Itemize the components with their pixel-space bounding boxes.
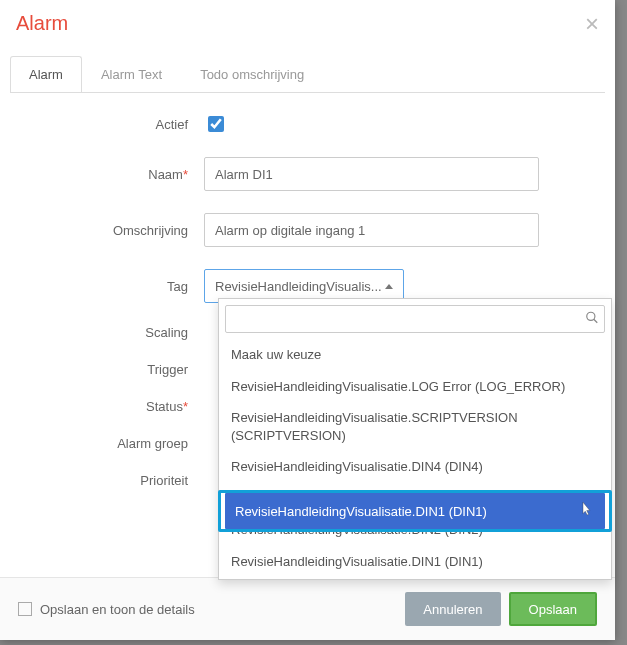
modal-title: Alarm [16,12,68,35]
label-trigger: Trigger [24,362,204,377]
dropdown-search-wrap [219,299,611,339]
svg-point-0 [587,312,595,320]
dropdown-list[interactable]: Maak uw keuze RevisieHandleidingVisualis… [219,339,611,579]
dropdown-search-input[interactable] [225,305,605,333]
tab-alarm-text[interactable]: Alarm Text [82,56,181,93]
svg-line-1 [594,319,598,323]
checkbox-icon [18,602,32,616]
input-naam[interactable] [204,157,539,191]
tab-alarm[interactable]: Alarm [10,56,82,93]
dropdown-option[interactable]: RevisieHandleidingVisualisatie.DIN3 (DIN… [219,483,611,515]
dropdown-option[interactable]: RevisieHandleidingVisualisatie.DIN1 (DIN… [219,546,611,578]
dropdown-option[interactable]: RevisieHandleidingVisualisatie.LAN State… [219,577,611,579]
label-status: Status* [24,399,204,414]
checkbox-actief[interactable] [208,116,224,132]
modal-footer: Opslaan en toon de details Annuleren Ops… [0,577,615,640]
save-button[interactable]: Opslaan [509,592,597,626]
dropdown-option[interactable]: RevisieHandleidingVisualisatie.DIN2 (DIN… [219,514,611,546]
select-tag-value: RevisieHandleidingVisualis... [215,279,382,294]
label-naam: Naam* [24,167,204,182]
label-prioriteit: Prioriteit [24,473,204,488]
label-alarm-groep: Alarm groep [24,436,204,451]
save-show-details-label: Opslaan en toon de details [40,602,195,617]
tab-strip: Alarm Alarm Text Todo omschrijving [0,56,615,92]
label-actief: Actief [24,117,204,132]
label-omschrijving: Omschrijving [24,223,204,238]
tab-todo-omschrijving[interactable]: Todo omschrijving [181,56,323,93]
cancel-button[interactable]: Annuleren [405,592,500,626]
caret-up-icon [385,284,393,289]
dropdown-option[interactable]: RevisieHandleidingVisualisatie.LOG Error… [219,371,611,403]
save-show-details-checkbox[interactable]: Opslaan en toon de details [18,602,195,617]
label-scaling: Scaling [24,325,204,340]
dropdown-option[interactable]: RevisieHandleidingVisualisatie.SCRIPTVER… [219,402,611,451]
dropdown-option[interactable]: Maak uw keuze [219,339,611,371]
close-icon[interactable]: × [585,12,599,36]
dropdown-option[interactable]: RevisieHandleidingVisualisatie.DIN4 (DIN… [219,451,611,483]
modal-header: Alarm × [0,0,615,56]
search-icon [585,311,599,328]
label-tag: Tag [24,279,204,294]
input-omschrijving[interactable] [204,213,539,247]
tag-dropdown-panel: Maak uw keuze RevisieHandleidingVisualis… [218,298,612,580]
